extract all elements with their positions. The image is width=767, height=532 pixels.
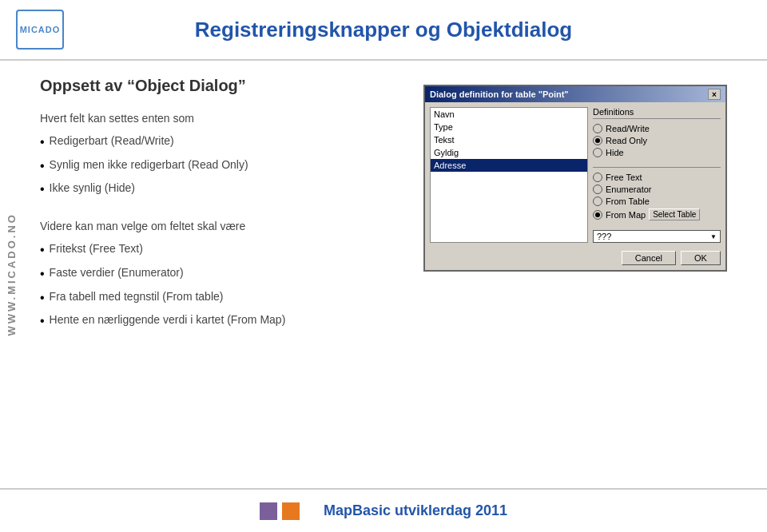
cancel-button[interactable]: Cancel <box>622 251 676 265</box>
bullet-text-2: Synlig men ikke redigerbart (Read Only) <box>50 156 248 175</box>
bullet-icon: • <box>40 179 45 200</box>
header: MICADO Registreringsknapper og Objektdia… <box>0 0 767 61</box>
radio-hide[interactable]: Hide <box>593 148 721 157</box>
dialog-body: Navn Type Tekst Gyldig Adresse Definitio… <box>425 102 725 248</box>
dialog-box: Dialog definition for table "Point" × Na… <box>423 85 727 272</box>
radio-frommap[interactable]: From Map <box>593 210 646 220</box>
orange-square-icon <box>282 502 300 520</box>
definitions-label: Definitions <box>593 107 721 119</box>
radio-freetext[interactable]: Free Text <box>593 173 721 182</box>
bullet-icon: • <box>40 132 45 153</box>
list-row-tekst[interactable]: Tekst <box>431 133 587 146</box>
radio-fromtable-input[interactable] <box>593 197 602 206</box>
page-title: Registreringsknapper og Objektdialog <box>96 18 671 42</box>
bullet-text-7: Hente en nærliggende verdi i kartet (Fro… <box>50 311 286 330</box>
list-row-adresse[interactable]: Adresse <box>431 159 587 172</box>
separator <box>593 167 721 168</box>
radio-readonly[interactable]: Read Only <box>593 136 721 145</box>
radio-enumerator-input[interactable] <box>593 185 602 194</box>
list-item: • Faste verdier (Enumerator) <box>40 264 407 286</box>
bullet-text-1: Redigerbart (Read/Write) <box>50 132 174 151</box>
radio-readonly-label: Read Only <box>606 136 647 145</box>
radio-freetext-label: Free Text <box>606 173 642 182</box>
bullet-text-5: Faste verdier (Enumerator) <box>50 264 184 283</box>
chevron-down-icon: ▼ <box>710 233 717 240</box>
radio-fromtable[interactable]: From Table <box>593 197 721 206</box>
purple-square-icon <box>260 502 277 520</box>
list-item: • Ikke synlig (Hide) <box>40 179 407 201</box>
list-row-type[interactable]: Type <box>431 121 587 133</box>
section-title: Oppsett av “Object Dialog” <box>40 77 407 95</box>
dialog-list: Navn Type Tekst Gyldig Adresse <box>430 107 588 243</box>
radio-readwrite-label: Read/Write <box>606 124 650 133</box>
dropdown-control[interactable]: ??? ▼ <box>593 230 721 243</box>
side-text: WWW.MICADO.NO <box>6 212 18 336</box>
footer-text: MapBasic utviklerdag 2011 <box>324 502 507 519</box>
radio-readwrite[interactable]: Read/Write <box>593 124 721 133</box>
ok-button[interactable]: OK <box>681 251 721 265</box>
bullet-text-4: Fritekst (Free Text) <box>50 240 143 259</box>
list-item: • Hente en nærliggende verdi i kartet (F… <box>40 311 407 333</box>
bullet-text-3: Ikke synlig (Hide) <box>50 179 135 198</box>
radio-hide-label: Hide <box>606 148 624 157</box>
list-row-gyldig[interactable]: Gyldig <box>431 146 587 159</box>
radio-enumerator[interactable]: Enumerator <box>593 185 721 194</box>
radio-fromtable-label: From Table <box>606 197 650 206</box>
bullet-text-6: Fra tabell med tegnstil (From table) <box>50 288 224 307</box>
left-panel: Oppsett av “Object Dialog” Hvert felt ka… <box>40 77 423 473</box>
radio-freetext-input[interactable] <box>593 173 602 182</box>
radio-readwrite-input[interactable] <box>593 124 602 133</box>
logo: MICADO <box>16 10 64 50</box>
dialog-footer: Cancel OK <box>425 248 725 270</box>
list-row-naam[interactable]: Navn <box>431 108 587 121</box>
radio-readonly-input[interactable] <box>593 136 602 145</box>
select-table-button[interactable]: Select Table <box>649 208 700 220</box>
logo-area: MICADO <box>16 10 96 50</box>
radio-frommap-label: From Map <box>606 210 646 220</box>
radio-group-type: Free Text Enumerator From Table <box>593 173 721 220</box>
radio-enumerator-label: Enumerator <box>606 185 651 194</box>
radio-frommap-input[interactable] <box>593 210 602 220</box>
dropdown-value: ??? <box>597 232 611 241</box>
bullet-icon: • <box>40 311 45 332</box>
definitions-panel: Definitions Read/Write Read Only <box>593 107 721 243</box>
dialog-title: Dialog definition for table "Point" <box>430 89 569 99</box>
list-item: • Synlig men ikke redigerbart (Read Only… <box>40 156 407 178</box>
list-item: • Fritekst (Free Text) <box>40 240 407 262</box>
intro2-text: Videre kan man velge om feltet skal være <box>40 217 407 236</box>
bullet-icon: • <box>40 264 45 284</box>
from-map-row: From Map Select Table <box>593 208 721 220</box>
intro-text: Hvert felt kan settes enten som <box>40 109 407 129</box>
side-decoration: WWW.MICADO.NO <box>0 64 22 484</box>
bullet-icon: • <box>40 288 45 308</box>
bullet-icon: • <box>40 156 45 177</box>
bullet-icon: • <box>40 240 45 260</box>
main-content: Oppsett av “Object Dialog” Hvert felt ka… <box>0 61 767 481</box>
footer-squares <box>260 502 300 520</box>
dialog-titlebar: Dialog definition for table "Point" × <box>425 86 725 102</box>
list-item: • Redigerbart (Read/Write) <box>40 132 407 154</box>
right-panel: Dialog definition for table "Point" × Na… <box>423 77 743 473</box>
radio-group-visibility: Read/Write Read Only Hide <box>593 124 721 157</box>
dialog-close-button[interactable]: × <box>708 89 721 100</box>
dropdown-row: ??? ▼ <box>593 230 721 243</box>
list-item: • Fra tabell med tegnstil (From table) <box>40 288 407 310</box>
radio-hide-input[interactable] <box>593 148 602 157</box>
footer: MapBasic utviklerdag 2011 <box>0 488 767 532</box>
